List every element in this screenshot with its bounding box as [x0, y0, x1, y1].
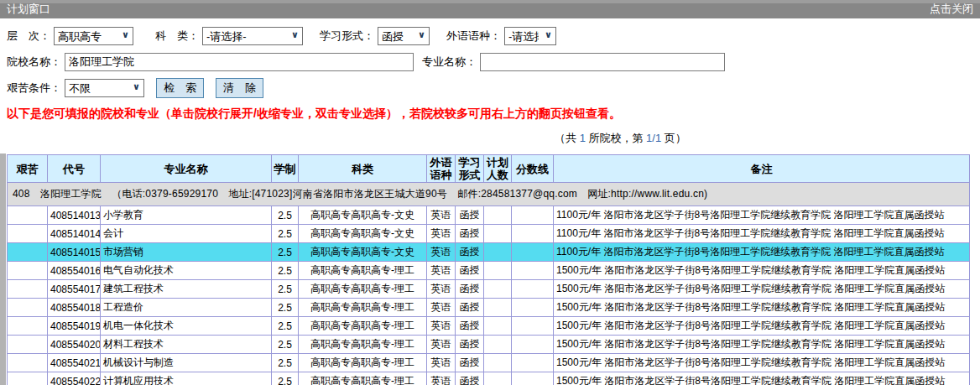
category-cell: 高职高专高职高专-理工 [299, 262, 427, 280]
major-cell: 机电一体化技术 [101, 317, 272, 336]
code-cell: 408514014 [48, 225, 101, 243]
category-cell: 高职高专高职高专-文史 [299, 243, 427, 262]
hardship-label: 艰苦条件： [7, 81, 61, 96]
table-row-selected[interactable]: 408514015市场营销2.5高职高专高职高专-文史英语函授1100元/年 洛… [8, 243, 970, 262]
pagination-info: （共 1 所院校，第 1/1 页） [0, 131, 980, 146]
header-category: 科类 [299, 155, 427, 183]
table-row[interactable]: 408554017建筑工程技术2.5高职高专高职高专-理工英语函授1500元/年… [8, 280, 970, 299]
language-select[interactable]: -请选择- [504, 27, 556, 45]
major-cell: 小学教育 [101, 206, 272, 225]
study-form-select[interactable]: 函授 [378, 27, 430, 45]
table-row[interactable]: 408514014会计2.5高职高专高职高专-文史英语函授1100元/年 洛阳市… [8, 225, 970, 243]
years-cell: 2.5 [272, 354, 299, 372]
category-cell: 高职高专高职高专-理工 [299, 336, 427, 354]
header-remark: 备注 [554, 155, 970, 183]
college-name-input[interactable] [65, 53, 414, 71]
table-row[interactable]: 408554020材料工程技术2.5高职高专高职高专-理工英语函授1500元/年… [8, 336, 970, 354]
major-cell: 电气自动化技术 [101, 262, 272, 280]
clear-button[interactable]: 清 除 [216, 78, 263, 98]
major-name-input[interactable] [480, 53, 725, 71]
filter-row-1: 层 次： 高职高专∨ 科 类： -请选择-∨ 学习形式： 函授∨ 外语语种： -… [7, 26, 980, 46]
plan-count-cell [484, 262, 512, 280]
major-cell: 建筑工程技术 [101, 280, 272, 299]
form-cell: 函授 [456, 262, 484, 280]
close-window-button[interactable]: 点击关闭 [930, 2, 973, 17]
score-line-cell [512, 317, 554, 336]
table-row[interactable]: 408554016电气自动化技术2.5高职高专高职高专-理工英语函授1500元/… [8, 262, 970, 280]
hardship-cell [8, 262, 48, 280]
table-row[interactable]: 408554019机电一体化技术2.5高职高专高职高专-理工英语函授1500元/… [8, 317, 970, 336]
remark-cell: 1500元/年 洛阳市洛龙区学子街8号洛阳理工学院继续教育学院 洛阳理工学院直属… [554, 280, 970, 299]
remark-cell: 1100元/年 洛阳市洛龙区学子街8号洛阳理工学院继续教育学院 洛阳理工学院直属… [554, 225, 970, 243]
language-cell: 英语 [427, 206, 456, 225]
score-line-cell [512, 299, 554, 317]
remark-cell: 1100元/年 洛阳市洛龙区学子街8号洛阳理工学院继续教育学院 洛阳理工学院直属… [554, 243, 970, 262]
category-cell: 高职高专高职高专-理工 [299, 354, 427, 372]
category-cell: 高职高专高职高专-理工 [299, 317, 427, 336]
language-cell: 英语 [427, 280, 456, 299]
hardship-cell [8, 243, 48, 262]
category-cell: 高职高专高职高专-理工 [299, 372, 427, 385]
table-header-row: 艰苦 代号 专业名称 学制 科类 外语语种 学习形式 计划人数 分数线 备注 [8, 155, 970, 183]
code-cell: 408514015 [48, 243, 101, 262]
plan-table: 艰苦 代号 专业名称 学制 科类 外语语种 学习形式 计划人数 分数线 备注 4… [7, 154, 970, 385]
category-cell: 高职高专高职高专-理工 [299, 280, 427, 299]
years-cell: 2.5 [272, 336, 299, 354]
table-row[interactable]: 408514013小学教育2.5高职高专高职高专-文史英语函授1100元/年 洛… [8, 206, 970, 225]
score-line-cell [512, 206, 554, 225]
table-row[interactable]: 408554018工程造价2.5高职高专高职高专-理工英语函授1500元/年 洛… [8, 299, 970, 317]
major-cell: 计算机应用技术 [101, 372, 272, 385]
plan-count-cell [484, 372, 512, 385]
level-select[interactable]: 高职高专 [54, 27, 133, 45]
years-cell: 2.5 [272, 317, 299, 336]
level-label: 层 次： [7, 29, 50, 44]
plan-count-cell [484, 206, 512, 225]
header-plan-count: 计划人数 [484, 155, 512, 183]
college-count: 1 [580, 132, 586, 144]
plan-count-cell [484, 243, 512, 262]
form-cell: 函授 [456, 372, 484, 385]
code-cell: 408554016 [48, 262, 101, 280]
language-label: 外语语种： [446, 29, 501, 44]
header-score-line: 分数线 [512, 155, 554, 183]
notice-text: 以下是您可填报的院校和专业（单击院校行展开/收缩专业，双击专业选择），若院校较多… [7, 107, 980, 122]
study-form-label: 学习形式： [320, 29, 374, 44]
college-name-label: 院校名称： [7, 55, 61, 70]
form-cell: 函授 [456, 280, 484, 299]
remark-cell: 1500元/年 洛阳市洛龙区学子街8号洛阳理工学院继续教育学院 洛阳理工学院直属… [554, 262, 970, 280]
major-cell: 市场营销 [101, 243, 272, 262]
hardship-cell [8, 336, 48, 354]
years-cell: 2.5 [272, 225, 299, 243]
college-info-row[interactable]: 408 洛阳理工学院 （电话:0379-65929170 地址:[471023]… [8, 183, 970, 206]
language-cell: 英语 [427, 299, 456, 317]
filter-form: 层 次： 高职高专∨ 科 类： -请选择-∨ 学习形式： 函授∨ 外语语种： -… [0, 18, 980, 98]
language-cell: 英语 [427, 372, 456, 385]
major-cell: 材料工程技术 [101, 336, 272, 354]
remark-cell: 1500元/年 洛阳市洛龙区学子街8号洛阳理工学院继续教育学院 洛阳理工学院直属… [554, 299, 970, 317]
score-line-cell [512, 336, 554, 354]
left-gutter [0, 153, 6, 385]
score-line-cell [512, 280, 554, 299]
hardship-cell [8, 225, 48, 243]
table-row[interactable]: 408554022计算机应用技术2.5高职高专高职高专-理工英语函授1500元/… [8, 372, 970, 385]
filter-row-3: 艰苦条件： 不限∨ 检 索 清 除 [7, 78, 980, 98]
header-code: 代号 [48, 155, 101, 183]
form-cell: 函授 [456, 243, 484, 262]
category-cell: 高职高专高职高专-文史 [299, 225, 427, 243]
header-major: 专业名称 [101, 155, 272, 183]
search-button[interactable]: 检 索 [156, 78, 204, 98]
plan-count-cell [484, 336, 512, 354]
category-select[interactable]: -请选择- [202, 27, 303, 45]
filter-row-2: 院校名称： 专业名称： [7, 52, 980, 72]
years-cell: 2.5 [272, 243, 299, 262]
form-cell: 函授 [456, 206, 484, 225]
table-row[interactable]: 408554021机械设计与制造2.5高职高专高职高专-理工英语函授1500元/… [8, 354, 970, 372]
plan-count-cell [484, 225, 512, 243]
window-title: 计划窗口 [7, 2, 50, 17]
score-line-cell [512, 243, 554, 262]
hardship-select[interactable]: 不限 [65, 79, 144, 97]
hardship-cell [8, 354, 48, 372]
major-cell: 机械设计与制造 [101, 354, 272, 372]
hardship-cell [8, 280, 48, 299]
years-cell: 2.5 [272, 206, 299, 225]
